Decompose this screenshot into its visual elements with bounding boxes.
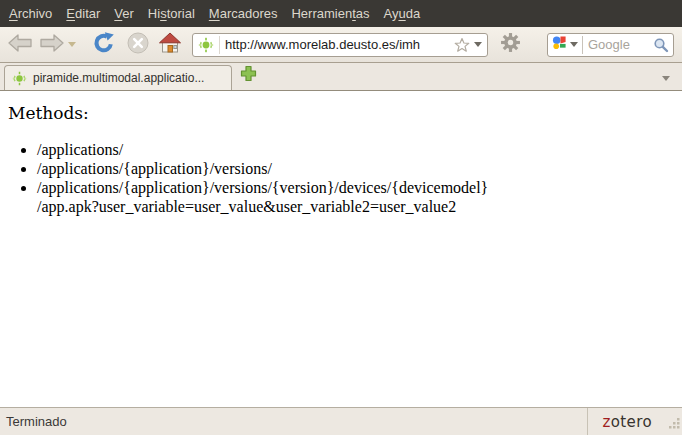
navigation-toolbar: http://www.morelab.deusto.es/imh Google	[0, 27, 682, 62]
plus-icon	[240, 65, 257, 86]
tab-piramide-multimodal[interactable]: piramide.multimodal.applicatio...	[4, 65, 232, 90]
back-button[interactable]	[6, 31, 34, 59]
zotero-rest: otero	[611, 413, 652, 431]
reload-button[interactable]	[90, 31, 118, 59]
menu-herramientas[interactable]: Herramientas	[284, 0, 376, 27]
url-dropdown-icon[interactable]	[474, 42, 482, 47]
search-engine-dropdown-icon	[570, 42, 578, 47]
home-icon	[158, 31, 182, 59]
menu-marcadores[interactable]: Marcadores	[202, 0, 285, 27]
methods-list: /applications/ /applications/{applicatio…	[8, 140, 682, 216]
page-heading: Methods:	[8, 103, 682, 123]
tab-title: piramide.multimodal.applicatio...	[33, 71, 204, 85]
tab-bar: piramide.multimodal.applicatio...	[0, 62, 682, 91]
menu-editar[interactable]: Editar	[59, 0, 107, 27]
tab-list-dropdown-icon	[662, 76, 670, 81]
search-magnifier-icon[interactable]	[653, 37, 669, 53]
menu-ayuda[interactable]: Ayuda	[377, 0, 428, 27]
home-button[interactable]	[156, 31, 184, 59]
page-content: Methods: /applications/ /applications/{a…	[0, 91, 682, 407]
browser-window: Archivo Editar Ver Historial Marcadores …	[0, 0, 682, 435]
gear-icon	[500, 32, 521, 57]
stop-icon	[126, 31, 150, 59]
google-logo-icon	[552, 35, 567, 54]
url-input[interactable]: http://www.morelab.deusto.es/imh	[220, 37, 452, 52]
new-tab-button[interactable]	[240, 65, 257, 86]
zotero-button[interactable]: zotero	[587, 408, 666, 435]
bookmark-star-icon[interactable]	[454, 37, 470, 53]
search-input[interactable]: Google	[583, 37, 653, 52]
url-bar[interactable]: http://www.morelab.deusto.es/imh	[192, 33, 488, 57]
tab-list-dropdown-button[interactable]	[662, 76, 670, 81]
method-item-devices-apk: /applications/{application}/versions/{ve…	[37, 178, 682, 216]
history-dropdown-button[interactable]	[68, 42, 76, 47]
menu-ver[interactable]: Ver	[107, 0, 141, 27]
history-dropdown-icon	[68, 42, 76, 47]
resize-grip[interactable]	[666, 408, 682, 435]
site-favicon-icon	[198, 36, 220, 54]
search-box[interactable]: Google	[547, 33, 674, 57]
method-item-versions: /applications/{application}/versions/	[37, 159, 682, 178]
tab-favicon-icon	[12, 71, 27, 86]
back-icon	[7, 33, 33, 57]
zotero-z: z	[602, 413, 610, 431]
search-engine-selector[interactable]	[552, 36, 583, 54]
menu-archivo[interactable]: Archivo	[2, 0, 59, 27]
menu-historial[interactable]: Historial	[141, 0, 202, 27]
stop-button[interactable]	[124, 31, 152, 59]
forward-icon	[39, 33, 65, 57]
method-item-applications: /applications/	[37, 140, 682, 159]
forward-button[interactable]	[38, 31, 66, 59]
grip-dots-icon	[668, 416, 681, 434]
menubar: Archivo Editar Ver Historial Marcadores …	[0, 0, 682, 27]
reload-icon	[92, 31, 116, 59]
settings-button[interactable]	[500, 32, 521, 57]
status-text: Terminado	[6, 414, 67, 429]
status-bar: Terminado zotero	[0, 407, 682, 435]
